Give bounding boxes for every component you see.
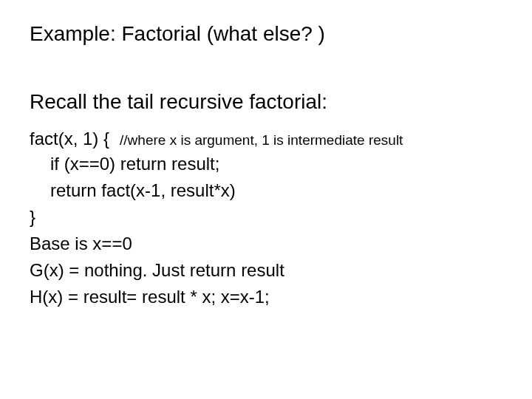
function-signature: fact(x, 1) {: [30, 129, 109, 149]
code-line: if (x==0) return result;: [30, 151, 502, 177]
code-close-brace: }: [30, 204, 502, 231]
note-base: Base is x==0: [30, 231, 502, 257]
code-comment: //where x is argument, 1 is intermediate…: [120, 132, 403, 149]
slide-title: Example: Factorial (what else? ): [30, 22, 502, 46]
note-g: G(x) = nothing. Just return result: [30, 257, 502, 284]
slide-subtitle: Recall the tail recursive factorial:: [30, 90, 502, 114]
code-line: return fact(x-1, result*x): [30, 177, 502, 204]
signature-row: fact(x, 1) { //where x is argument, 1 is…: [30, 129, 502, 149]
note-h: H(x) = result= result * x; x=x-1;: [30, 284, 502, 310]
